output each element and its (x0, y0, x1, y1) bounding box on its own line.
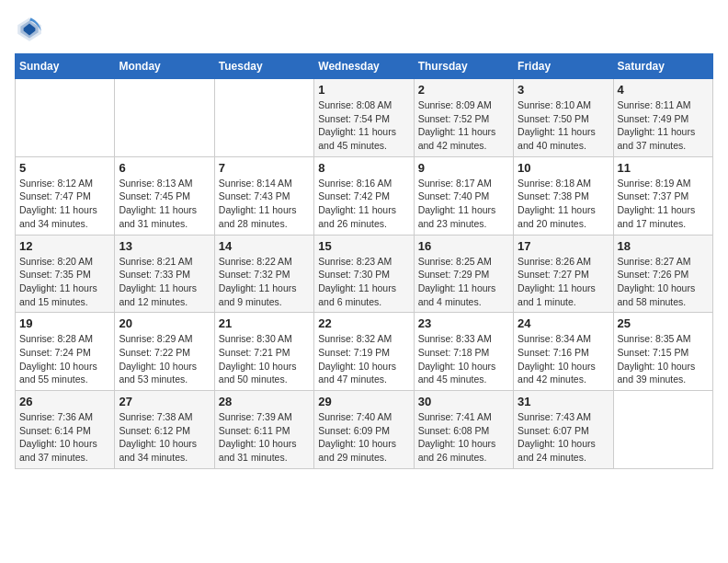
day-number: 30 (418, 395, 509, 408)
day-info: Sunrise: 8:22 AMSunset: 7:32 PMDaylight:… (219, 255, 310, 309)
day-number: 20 (119, 316, 210, 330)
calendar-cell: 25Sunrise: 8:35 AMSunset: 7:15 PMDayligh… (613, 313, 712, 391)
day-number: 11 (618, 161, 709, 175)
day-number: 19 (19, 316, 110, 330)
day-number: 8 (318, 161, 409, 175)
weekday-header: Wednesday (314, 54, 414, 79)
calendar-cell (115, 79, 214, 157)
calendar-week-row: 26Sunrise: 7:36 AMSunset: 6:14 PMDayligh… (16, 391, 713, 469)
calendar-cell (214, 79, 313, 157)
calendar-table: SundayMondayTuesdayWednesdayThursdayFrid… (15, 53, 713, 469)
calendar-cell: 21Sunrise: 8:30 AMSunset: 7:21 PMDayligh… (214, 313, 313, 391)
day-info: Sunrise: 8:28 AMSunset: 7:24 PMDaylight:… (19, 332, 110, 386)
calendar-cell: 16Sunrise: 8:25 AMSunset: 7:29 PMDayligh… (414, 235, 513, 313)
day-number: 4 (618, 83, 709, 97)
weekday-header: Friday (514, 54, 613, 79)
day-number: 5 (19, 161, 110, 175)
calendar-cell: 17Sunrise: 8:26 AMSunset: 7:27 PMDayligh… (514, 235, 613, 313)
day-info: Sunrise: 8:18 AMSunset: 7:38 PMDaylight:… (518, 177, 609, 231)
day-number: 15 (318, 239, 409, 253)
day-info: Sunrise: 7:41 AMSunset: 6:08 PMDaylight:… (418, 410, 509, 465)
calendar-cell: 5Sunrise: 8:12 AMSunset: 7:47 PMDaylight… (16, 156, 115, 235)
day-info: Sunrise: 8:10 AMSunset: 7:50 PMDaylight:… (518, 98, 609, 153)
calendar-cell: 20Sunrise: 8:29 AMSunset: 7:22 PMDayligh… (115, 313, 214, 391)
day-number: 2 (418, 83, 509, 97)
day-number: 6 (119, 161, 210, 175)
logo-icon (15, 15, 44, 44)
day-info: Sunrise: 8:19 AMSunset: 7:37 PMDaylight:… (618, 177, 709, 231)
day-number: 23 (418, 316, 509, 330)
day-info: Sunrise: 7:39 AMSunset: 6:11 PMDaylight:… (219, 410, 310, 465)
calendar-cell: 1Sunrise: 8:08 AMSunset: 7:54 PMDaylight… (314, 79, 414, 157)
calendar-cell: 18Sunrise: 8:27 AMSunset: 7:26 PMDayligh… (613, 235, 712, 313)
calendar-cell: 22Sunrise: 8:32 AMSunset: 7:19 PMDayligh… (314, 313, 414, 391)
weekday-header: Monday (115, 54, 214, 79)
day-info: Sunrise: 8:26 AMSunset: 7:27 PMDaylight:… (518, 255, 609, 309)
day-number: 27 (119, 395, 210, 408)
calendar-cell: 12Sunrise: 8:20 AMSunset: 7:35 PMDayligh… (16, 235, 115, 313)
calendar-cell: 30Sunrise: 7:41 AMSunset: 6:08 PMDayligh… (414, 391, 513, 469)
day-info: Sunrise: 8:32 AMSunset: 7:19 PMDaylight:… (318, 332, 409, 386)
day-number: 14 (219, 239, 310, 253)
calendar-cell (613, 391, 712, 469)
calendar-week-row: 12Sunrise: 8:20 AMSunset: 7:35 PMDayligh… (16, 235, 713, 313)
weekday-header: Thursday (414, 54, 513, 79)
day-info: Sunrise: 8:17 AMSunset: 7:40 PMDaylight:… (418, 177, 509, 231)
calendar-cell: 4Sunrise: 8:11 AMSunset: 7:49 PMDaylight… (613, 79, 712, 157)
weekday-header: Saturday (613, 54, 712, 79)
day-number: 17 (518, 239, 609, 253)
day-number: 28 (219, 395, 310, 408)
day-info: Sunrise: 8:11 AMSunset: 7:49 PMDaylight:… (618, 98, 709, 153)
day-info: Sunrise: 7:38 AMSunset: 6:12 PMDaylight:… (119, 410, 210, 465)
calendar-header: SundayMondayTuesdayWednesdayThursdayFrid… (16, 54, 713, 79)
day-number: 31 (518, 395, 609, 408)
weekday-header: Sunday (16, 54, 115, 79)
day-info: Sunrise: 8:25 AMSunset: 7:29 PMDaylight:… (418, 255, 509, 309)
day-info: Sunrise: 8:14 AMSunset: 7:43 PMDaylight:… (219, 177, 310, 231)
day-number: 7 (219, 161, 310, 175)
day-info: Sunrise: 8:35 AMSunset: 7:15 PMDaylight:… (618, 332, 709, 386)
calendar-cell: 27Sunrise: 7:38 AMSunset: 6:12 PMDayligh… (115, 391, 214, 469)
calendar-cell: 10Sunrise: 8:18 AMSunset: 7:38 PMDayligh… (514, 156, 613, 235)
calendar-cell: 6Sunrise: 8:13 AMSunset: 7:45 PMDaylight… (115, 156, 214, 235)
day-info: Sunrise: 8:27 AMSunset: 7:26 PMDaylight:… (618, 255, 709, 309)
day-number: 13 (119, 239, 210, 253)
day-info: Sunrise: 8:16 AMSunset: 7:42 PMDaylight:… (318, 177, 409, 231)
calendar-cell: 23Sunrise: 8:33 AMSunset: 7:18 PMDayligh… (414, 313, 513, 391)
calendar-cell: 14Sunrise: 8:22 AMSunset: 7:32 PMDayligh… (214, 235, 313, 313)
calendar-cell: 29Sunrise: 7:40 AMSunset: 6:09 PMDayligh… (314, 391, 414, 469)
day-number: 21 (219, 316, 310, 330)
day-number: 25 (618, 316, 709, 330)
day-info: Sunrise: 8:29 AMSunset: 7:22 PMDaylight:… (119, 332, 210, 386)
day-number: 18 (618, 239, 709, 253)
day-number: 24 (518, 316, 609, 330)
day-number: 26 (19, 395, 110, 408)
weekday-header: Tuesday (214, 54, 313, 79)
calendar-cell: 28Sunrise: 7:39 AMSunset: 6:11 PMDayligh… (214, 391, 313, 469)
day-info: Sunrise: 8:21 AMSunset: 7:33 PMDaylight:… (119, 255, 210, 309)
day-info: Sunrise: 8:13 AMSunset: 7:45 PMDaylight:… (119, 177, 210, 231)
day-info: Sunrise: 8:09 AMSunset: 7:52 PMDaylight:… (418, 98, 509, 153)
calendar-cell: 15Sunrise: 8:23 AMSunset: 7:30 PMDayligh… (314, 235, 414, 313)
day-info: Sunrise: 8:23 AMSunset: 7:30 PMDaylight:… (318, 255, 409, 309)
calendar-cell: 2Sunrise: 8:09 AMSunset: 7:52 PMDaylight… (414, 79, 513, 157)
calendar-cell: 13Sunrise: 8:21 AMSunset: 7:33 PMDayligh… (115, 235, 214, 313)
day-info: Sunrise: 8:33 AMSunset: 7:18 PMDaylight:… (418, 332, 509, 386)
day-info: Sunrise: 8:12 AMSunset: 7:47 PMDaylight:… (19, 177, 110, 231)
calendar-cell (16, 79, 115, 157)
calendar-cell: 8Sunrise: 8:16 AMSunset: 7:42 PMDaylight… (314, 156, 414, 235)
calendar-week-row: 1Sunrise: 8:08 AMSunset: 7:54 PMDaylight… (16, 79, 713, 157)
day-info: Sunrise: 7:36 AMSunset: 6:14 PMDaylight:… (19, 410, 110, 465)
day-info: Sunrise: 7:43 AMSunset: 6:07 PMDaylight:… (518, 410, 609, 465)
page-header (15, 15, 713, 44)
calendar-week-row: 19Sunrise: 8:28 AMSunset: 7:24 PMDayligh… (16, 313, 713, 391)
day-number: 3 (518, 83, 609, 97)
day-number: 22 (318, 316, 409, 330)
day-number: 10 (518, 161, 609, 175)
day-info: Sunrise: 8:20 AMSunset: 7:35 PMDaylight:… (19, 255, 110, 309)
day-number: 9 (418, 161, 509, 175)
calendar-week-row: 5Sunrise: 8:12 AMSunset: 7:47 PMDaylight… (16, 156, 713, 235)
day-number: 16 (418, 239, 509, 253)
day-info: Sunrise: 8:30 AMSunset: 7:21 PMDaylight:… (219, 332, 310, 386)
day-info: Sunrise: 8:08 AMSunset: 7:54 PMDaylight:… (318, 98, 409, 153)
